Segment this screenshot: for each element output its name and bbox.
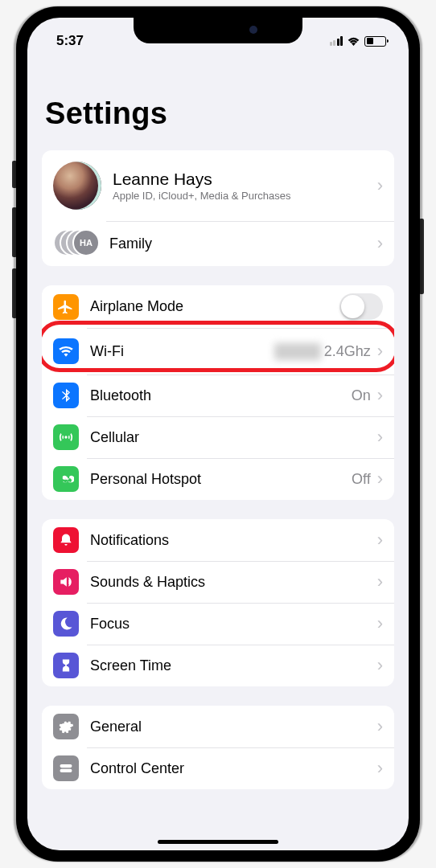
chevron-icon: › (377, 613, 383, 634)
airplane-icon (53, 294, 79, 320)
wifi-value: 2.4Ghz (324, 343, 371, 360)
bluetooth-value: On (352, 387, 371, 404)
apple-id-row[interactable]: Leanne Hays Apple ID, iCloud+, Media & P… (42, 150, 394, 221)
family-icon: HA (53, 229, 97, 258)
wifi-icon (53, 338, 79, 364)
battery-icon (364, 36, 386, 47)
page-title: Settings (27, 56, 409, 142)
focus-row[interactable]: Focus › (42, 603, 394, 645)
control-center-row[interactable]: Control Center › (42, 747, 394, 789)
chevron-icon: › (377, 175, 383, 196)
wifi-row[interactable]: Wi-Fi xx 2.4Ghz › (42, 328, 394, 375)
control-center-label: Control Center (90, 760, 377, 777)
chevron-icon: › (377, 716, 383, 737)
hotspot-icon (53, 466, 79, 492)
bluetooth-label: Bluetooth (90, 387, 352, 404)
screen-time-label: Screen Time (90, 657, 377, 674)
account-name: Leanne Hays (113, 170, 377, 189)
sounds-label: Sounds & Haptics (90, 574, 377, 591)
screen: 5:37 Settings Leanne Hays (27, 18, 409, 850)
account-subtitle: Apple ID, iCloud+, Media & Purchases (113, 190, 377, 203)
chevron-icon: › (377, 233, 383, 254)
cellular-row[interactable]: Cellular › (42, 416, 394, 458)
avatar (53, 162, 101, 210)
account-group: Leanne Hays Apple ID, iCloud+, Media & P… (42, 150, 394, 266)
hotspot-value: Off (352, 471, 371, 488)
bluetooth-row[interactable]: Bluetooth On › (42, 375, 394, 416)
svg-rect-0 (60, 764, 72, 768)
status-time: 5:37 (50, 33, 84, 49)
bluetooth-icon (53, 383, 79, 408)
chevron-icon: › (377, 385, 383, 406)
cellular-icon (53, 424, 79, 450)
chevron-icon: › (377, 530, 383, 551)
chevron-icon: › (377, 655, 383, 676)
phone-frame: 5:37 Settings Leanne Hays (16, 6, 420, 862)
svg-rect-1 (60, 769, 72, 772)
family-label: Family (109, 235, 377, 252)
focus-label: Focus (90, 616, 377, 633)
hotspot-label: Personal Hotspot (90, 471, 352, 488)
connectivity-group: Airplane Mode Wi-Fi xx 2.4Ghz › (42, 285, 394, 500)
sounds-row[interactable]: Sounds & Haptics › (42, 561, 394, 603)
airplane-label: Airplane Mode (90, 298, 339, 315)
hotspot-row[interactable]: Personal Hotspot Off › (42, 458, 394, 500)
notifications-label: Notifications (90, 532, 377, 549)
alerts-group: Notifications › Sounds & Haptics › (42, 519, 394, 686)
chevron-icon: › (377, 758, 383, 779)
notifications-row[interactable]: Notifications › (42, 519, 394, 561)
general-row[interactable]: General › (42, 706, 394, 747)
family-row[interactable]: HA Family › (42, 221, 394, 266)
wifi-status-icon (347, 36, 360, 47)
notifications-icon (53, 527, 79, 553)
cellular-signal-icon (330, 36, 343, 46)
wifi-value-redacted: xx (274, 343, 321, 360)
notch (134, 18, 302, 43)
home-indicator[interactable] (158, 840, 278, 844)
chevron-icon: › (377, 341, 383, 362)
focus-icon (53, 611, 79, 637)
sounds-icon (53, 569, 79, 595)
system-group: General › Control Center › (42, 706, 394, 789)
chevron-icon: › (377, 571, 383, 592)
airplane-toggle[interactable] (339, 293, 383, 320)
screen-time-icon (53, 653, 79, 678)
general-icon (53, 714, 79, 739)
chevron-icon: › (377, 469, 383, 489)
cellular-label: Cellular (90, 429, 377, 446)
chevron-icon: › (377, 427, 383, 448)
screen-time-row[interactable]: Screen Time › (42, 645, 394, 686)
airplane-mode-row[interactable]: Airplane Mode (42, 285, 394, 328)
wifi-label: Wi-Fi (90, 343, 274, 360)
general-label: General (90, 719, 377, 735)
control-center-icon (53, 755, 79, 781)
